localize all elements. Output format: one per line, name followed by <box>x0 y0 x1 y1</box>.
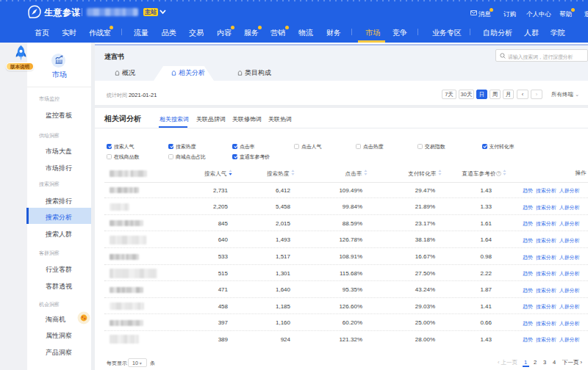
svg-text:?: ? <box>498 172 500 175</box>
